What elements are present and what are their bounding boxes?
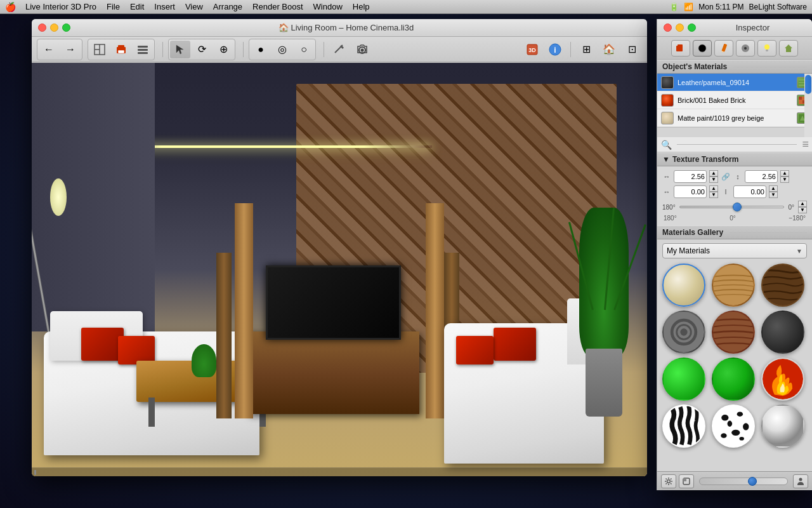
wand-dots[interactable]: ≡ bbox=[802, 138, 808, 151]
offset-y-step-down[interactable]: ▼ bbox=[769, 192, 778, 198]
3d-viewport[interactable] bbox=[32, 63, 647, 476]
menu-render[interactable]: Render Boost bbox=[248, 1, 308, 12]
inspector-tab-render[interactable] bbox=[736, 40, 755, 57]
materials-scroll-area[interactable]: Leather/pamela_09014 Brick/001 Baked Bri… bbox=[657, 74, 812, 137]
offset-x-step-down[interactable]: ▼ bbox=[709, 192, 718, 198]
list-button[interactable] bbox=[133, 41, 153, 58]
swatch-stone[interactable] bbox=[662, 311, 705, 354]
move-tool-button[interactable]: ⊕ bbox=[213, 41, 233, 58]
height-input[interactable] bbox=[745, 170, 778, 183]
height-step-up[interactable]: ▲ bbox=[780, 170, 789, 177]
fit-button[interactable]: ⊡ bbox=[622, 41, 642, 58]
info-button[interactable]: i bbox=[545, 41, 565, 58]
swatch-wood-dark[interactable] bbox=[761, 264, 804, 307]
grid-button[interactable]: ⊞ bbox=[576, 41, 596, 58]
window-title: 🏠 Living Room – Home Cinema.li3d bbox=[74, 23, 618, 32]
apple-logo[interactable]: 🍎 bbox=[5, 2, 16, 12]
offset-y-input[interactable] bbox=[733, 185, 766, 198]
inspector-tab-material[interactable] bbox=[693, 40, 712, 57]
camera-button[interactable] bbox=[352, 41, 372, 58]
inspector-tab-house[interactable] bbox=[779, 40, 798, 57]
link-icon[interactable]: 🔗 bbox=[721, 173, 731, 181]
material-swatch-2 bbox=[661, 112, 674, 124]
rotation-slider[interactable] bbox=[679, 202, 785, 212]
inspector-maximize-button[interactable] bbox=[688, 23, 696, 32]
material-item-2[interactable]: Matte paint/1019 grey beige bbox=[657, 109, 812, 127]
width-icon: ↔ bbox=[662, 173, 671, 180]
swatch-dark[interactable] bbox=[761, 311, 804, 354]
swatch-silver[interactable] bbox=[761, 404, 804, 448]
svg-point-51 bbox=[728, 421, 733, 427]
add-material-button[interactable] bbox=[679, 474, 694, 488]
fire-texture bbox=[763, 359, 803, 399]
gear-button[interactable] bbox=[661, 474, 676, 488]
material-item-0[interactable]: Leather/pamela_09014 bbox=[657, 74, 812, 91]
offset-x-step-up[interactable]: ▲ bbox=[709, 185, 718, 192]
slider-thumb[interactable] bbox=[733, 203, 742, 211]
width-step-down[interactable]: ▼ bbox=[709, 177, 718, 183]
svg-marker-9 bbox=[176, 45, 183, 54]
forward-button[interactable]: → bbox=[60, 41, 81, 58]
minimize-button[interactable] bbox=[50, 23, 58, 32]
close-button[interactable] bbox=[38, 23, 46, 32]
back-button[interactable]: ← bbox=[39, 41, 59, 58]
sphere-button[interactable]: ● bbox=[251, 41, 271, 58]
inspector-minimize-button[interactable] bbox=[676, 23, 684, 32]
menu-help[interactable]: Help bbox=[348, 1, 374, 12]
inspector-tab-light[interactable] bbox=[757, 40, 776, 57]
select-tool-button[interactable] bbox=[170, 41, 190, 58]
svg-point-53 bbox=[667, 479, 671, 483]
rotation-step-down[interactable]: ▼ bbox=[798, 207, 807, 213]
swatch-zebra[interactable] bbox=[662, 404, 705, 448]
header-line bbox=[733, 67, 807, 67]
rotate-tool-button[interactable]: ⟳ bbox=[192, 41, 212, 58]
swatch-dalmatian[interactable] bbox=[712, 404, 755, 448]
swatch-wood-red[interactable] bbox=[712, 311, 755, 354]
menu-window[interactable]: Window bbox=[309, 1, 347, 12]
toolbar-sep-4 bbox=[570, 42, 571, 57]
circle-button[interactable]: ○ bbox=[294, 41, 314, 58]
gear-icon bbox=[664, 477, 673, 486]
swatch-green1[interactable] bbox=[662, 358, 705, 401]
offset-y-step-up[interactable]: ▲ bbox=[769, 185, 778, 192]
svg-rect-6 bbox=[138, 46, 148, 48]
inspector-close-button[interactable] bbox=[664, 23, 672, 32]
swatch-fire[interactable] bbox=[761, 358, 804, 401]
menu-view[interactable]: View bbox=[181, 1, 207, 12]
width-input[interactable] bbox=[674, 170, 707, 183]
zoom-slider-thumb[interactable] bbox=[748, 477, 757, 486]
material-item-1[interactable]: Brick/001 Baked Brick bbox=[657, 91, 812, 109]
inspector-tab-texture[interactable] bbox=[714, 40, 733, 57]
materials-gallery-dropdown[interactable]: My Materials ▼ bbox=[662, 243, 807, 258]
menu-app[interactable]: Live Interior 3D Pro bbox=[21, 1, 101, 12]
offset-x-input[interactable] bbox=[674, 185, 707, 198]
dropdown-arrow-icon: ▼ bbox=[796, 248, 802, 255]
menu-file[interactable]: File bbox=[102, 1, 124, 12]
small-plant bbox=[192, 344, 216, 377]
swatch-green2[interactable] bbox=[712, 358, 755, 401]
swatch-wood-light[interactable] bbox=[712, 264, 755, 307]
width-step-up[interactable]: ▲ bbox=[709, 170, 718, 177]
3d-view-button[interactable]: 3D bbox=[522, 41, 542, 58]
materials-scrollbar[interactable] bbox=[804, 74, 812, 137]
menu-arrange[interactable]: Arrange bbox=[209, 1, 247, 12]
materials-scrollbar-thumb[interactable] bbox=[805, 75, 811, 94]
height-step-down[interactable]: ▼ bbox=[780, 177, 789, 183]
wand-icon[interactable]: 🔍 bbox=[661, 140, 672, 150]
zoom-slider[interactable] bbox=[699, 478, 788, 485]
menu-edit[interactable]: Edit bbox=[126, 1, 148, 12]
speaker-left bbox=[216, 253, 232, 418]
slider-labels-row: 180° 0° −180° bbox=[662, 215, 807, 222]
gallery-section: My Materials ▼ bbox=[657, 239, 812, 451]
floorplan-button[interactable] bbox=[89, 41, 110, 58]
measure-button[interactable] bbox=[329, 41, 350, 58]
person-button[interactable] bbox=[793, 474, 808, 488]
rotation-step-up[interactable]: ▲ bbox=[798, 201, 807, 207]
print-button[interactable] bbox=[111, 41, 131, 58]
swatch-cream[interactable] bbox=[662, 264, 705, 307]
home-view-button[interactable]: 🏠 bbox=[599, 41, 619, 58]
ring-button[interactable]: ◎ bbox=[272, 41, 292, 58]
menu-insert[interactable]: Insert bbox=[150, 1, 180, 12]
maximize-button[interactable] bbox=[62, 23, 70, 32]
inspector-tab-tag[interactable] bbox=[671, 40, 690, 57]
